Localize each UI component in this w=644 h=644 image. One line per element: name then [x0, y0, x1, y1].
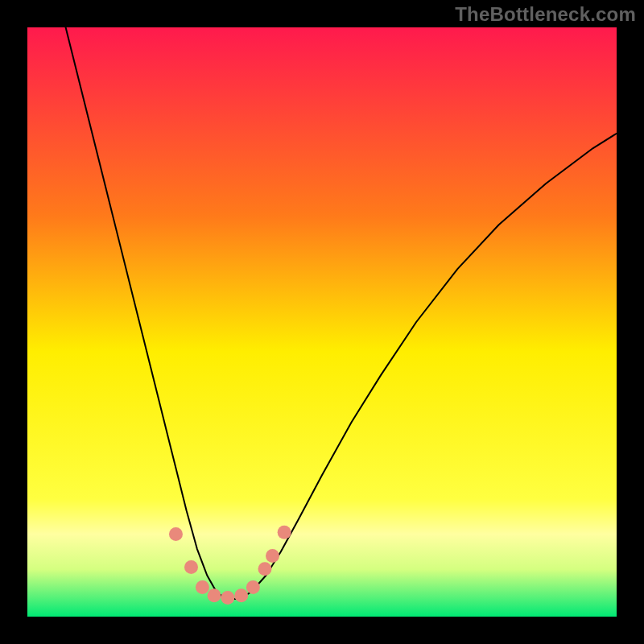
- bottleneck-chart: [0, 0, 644, 644]
- marker-point: [246, 580, 260, 594]
- marker-point: [266, 549, 279, 563]
- marker-point: [278, 526, 291, 539]
- watermark-text: TheBottleneck.com: [455, 3, 636, 26]
- marker-point: [169, 527, 183, 541]
- plot-background: [27, 27, 617, 617]
- chart-frame: TheBottleneck.com: [0, 0, 644, 644]
- marker-point: [196, 580, 209, 594]
- marker-point: [208, 588, 221, 602]
- marker-point: [184, 560, 198, 574]
- marker-point: [258, 562, 272, 576]
- marker-point: [221, 591, 234, 605]
- marker-point: [234, 588, 248, 602]
